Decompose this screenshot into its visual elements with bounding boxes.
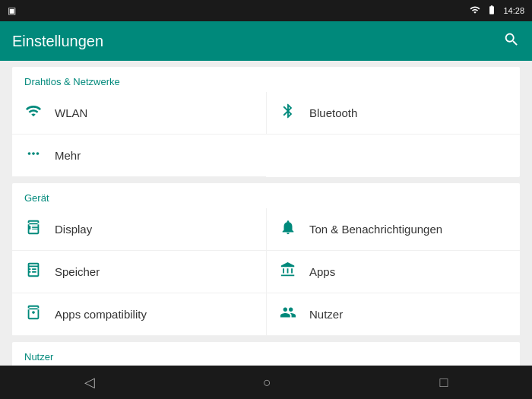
status-left: ▣ (8, 5, 16, 16)
search-icon[interactable] (503, 31, 520, 52)
section-geraet: Gerät Display Ton & Benachrichtigungen (12, 183, 520, 336)
bell-icon (279, 219, 297, 239)
setting-apps[interactable]: Apps (266, 251, 520, 293)
setting-wlan[interactable]: WLAN (12, 92, 266, 135)
setting-nutzer[interactable]: Nutzer (266, 293, 520, 336)
speicher-label: Speicher (55, 265, 100, 278)
ton-label: Ton & Benachrichtigungen (309, 223, 442, 236)
page-title: Einstellungen (12, 33, 103, 50)
setting-bluetooth[interactable]: Bluetooth (266, 92, 520, 135)
battery-icon (485, 5, 499, 17)
section-header-geraet: Gerät (12, 183, 520, 208)
section-drahtlos: Drahtlos & Netzwerke WLAN Bluetooth (12, 67, 520, 177)
status-bar: ▣ 14:28 (0, 0, 532, 21)
wlan-label: WLAN (55, 106, 87, 119)
drahtlos-grid: WLAN Bluetooth Mehr (12, 92, 520, 177)
setting-ton[interactable]: Ton & Benachrichtigungen (266, 208, 520, 251)
apps-label: Apps (309, 265, 335, 278)
geraet-grid: Display Ton & Benachrichtigungen Speiche… (12, 208, 520, 336)
top-bar: Einstellungen (0, 21, 532, 61)
setting-display[interactable]: Display (12, 208, 266, 251)
section-header-nutzer: Nutzer (12, 342, 520, 366)
bluetooth-icon (279, 103, 297, 123)
home-button[interactable]: ○ (248, 369, 287, 397)
section-nutzer: Nutzer Standort Sicherheit K (12, 342, 520, 366)
recent-button[interactable]: □ (424, 369, 463, 397)
apps-compat-icon (24, 304, 43, 325)
time-display: 14:28 (503, 6, 524, 15)
apps-icon (279, 261, 297, 282)
storage-icon (24, 261, 43, 282)
setting-mehr[interactable]: Mehr (12, 135, 266, 177)
mehr-label: Mehr (55, 149, 81, 162)
android-icon: ▣ (8, 5, 16, 16)
signal-icon (470, 5, 480, 17)
mehr-icon (24, 145, 43, 166)
setting-speicher[interactable]: Speicher (12, 251, 266, 293)
section-header-drahtlos: Drahtlos & Netzwerke (12, 67, 520, 92)
display-label: Display (55, 223, 92, 236)
wifi-icon (24, 103, 43, 123)
bottom-nav: ◁ ○ □ (0, 366, 532, 399)
settings-content: Drahtlos & Netzwerke WLAN Bluetooth (0, 61, 532, 366)
setting-apps-compat[interactable]: Apps compatibility (12, 293, 266, 336)
bluetooth-label: Bluetooth (309, 106, 357, 119)
back-button[interactable]: ◁ (69, 368, 110, 397)
display-icon (24, 219, 43, 239)
status-right: 14:28 (470, 5, 524, 17)
nutzer-label: Nutzer (309, 308, 343, 321)
person-icon (279, 304, 297, 325)
apps-compat-label: Apps compatibility (55, 308, 147, 321)
